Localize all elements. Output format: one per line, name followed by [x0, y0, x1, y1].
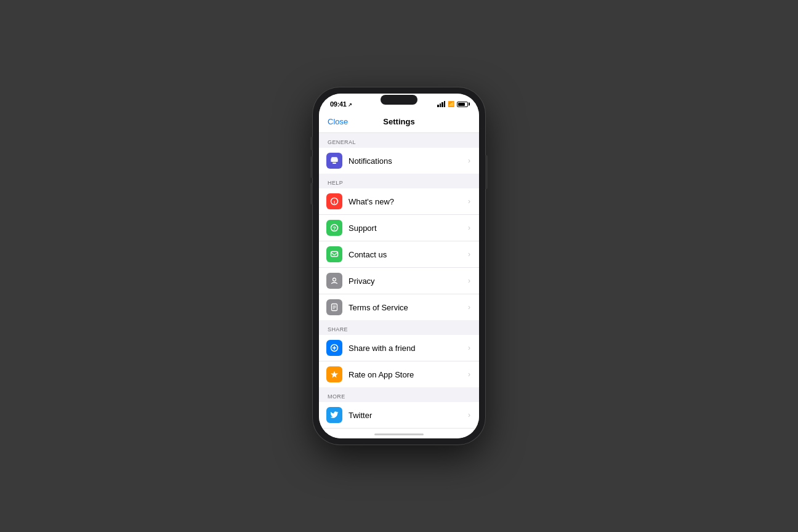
wifi-icon: 📶	[448, 101, 454, 107]
support-label: Support	[349, 224, 468, 233]
contact-us-icon	[326, 246, 342, 262]
home-bar	[374, 433, 424, 435]
privacy-icon	[326, 273, 342, 289]
share-friend-icon	[326, 340, 342, 356]
chevron-icon: ›	[468, 156, 470, 165]
section-header-more: MORE	[319, 387, 479, 402]
privacy-label: Privacy	[349, 276, 468, 286]
settings-content: GENERAL Notifications ›	[319, 133, 479, 430]
chevron-icon: ›	[468, 411, 470, 419]
phone-frame: 09:41 ↗ 📶 Close Settings	[313, 87, 485, 445]
twitter-icon	[326, 407, 342, 423]
section-list-help: i What's new? › ? Suppor	[319, 188, 479, 320]
rate-app-store-label: Rate on App Store	[349, 370, 468, 379]
svg-point-8	[333, 278, 336, 281]
svg-rect-7	[331, 252, 338, 257]
navigation-bar: Close Settings	[319, 111, 479, 133]
home-indicator	[319, 430, 479, 438]
section-list-share: Share with a friend › Rate on App Store …	[319, 335, 479, 387]
mute-button	[310, 137, 313, 150]
section-help: HELP i What's new? ›	[319, 174, 479, 320]
power-button	[485, 155, 488, 189]
section-list-more: Twitter › Instagram ›	[319, 402, 479, 430]
list-item-rate-app-store[interactable]: Rate on App Store ›	[319, 361, 479, 387]
contact-us-label: Contact us	[349, 250, 468, 259]
list-item-contact-us[interactable]: Contact us ›	[319, 241, 479, 268]
volume-up-button	[310, 156, 313, 178]
svg-marker-16	[331, 371, 338, 378]
volume-down-button	[310, 183, 313, 204]
list-item-share-friend[interactable]: Share with a friend ›	[319, 335, 479, 361]
section-header-general: GENERAL	[319, 133, 479, 148]
twitter-label: Twitter	[349, 411, 468, 420]
list-item-terms[interactable]: Terms of Service ›	[319, 294, 479, 320]
section-list-general: Notifications ›	[319, 148, 479, 174]
chevron-icon: ›	[468, 370, 470, 379]
terms-label: Terms of Service	[349, 303, 468, 312]
support-icon: ?	[326, 220, 342, 236]
chevron-icon: ›	[468, 250, 470, 259]
whats-new-icon: i	[326, 193, 342, 209]
list-item-notifications[interactable]: Notifications ›	[319, 148, 479, 174]
list-item-support[interactable]: ? Support ›	[319, 215, 479, 241]
notifications-label: Notifications	[349, 156, 468, 166]
page-title: Settings	[383, 117, 414, 126]
list-item-twitter[interactable]: Twitter ›	[319, 402, 479, 429]
svg-text:i: i	[334, 200, 335, 205]
phone-screen: 09:41 ↗ 📶 Close Settings	[319, 94, 479, 438]
chevron-icon: ›	[468, 197, 470, 206]
dynamic-island	[381, 95, 417, 105]
chevron-icon: ›	[468, 224, 470, 232]
share-friend-label: Share with a friend	[349, 344, 468, 353]
notifications-icon	[326, 153, 342, 169]
status-time: 09:41 ↗	[330, 100, 352, 108]
svg-rect-2	[332, 163, 336, 164]
section-general: GENERAL Notifications ›	[319, 133, 479, 174]
chevron-icon: ›	[468, 344, 470, 352]
list-item-privacy[interactable]: Privacy ›	[319, 268, 479, 294]
section-more: MORE Twitter ›	[319, 387, 479, 430]
chevron-icon: ›	[468, 276, 470, 285]
battery-icon	[457, 102, 468, 107]
terms-icon	[326, 299, 342, 315]
list-item-whats-new[interactable]: i What's new? ›	[319, 188, 479, 215]
section-share: SHARE Share with a friend ›	[319, 320, 479, 387]
chevron-icon: ›	[468, 303, 470, 312]
status-icons: 📶	[437, 101, 468, 107]
section-header-help: HELP	[319, 174, 479, 188]
whats-new-label: What's new?	[349, 197, 468, 206]
svg-rect-1	[331, 158, 338, 162]
close-settings-button[interactable]: Close	[328, 117, 348, 126]
signal-icon	[437, 101, 445, 107]
rate-app-store-icon	[326, 366, 342, 382]
section-header-share: SHARE	[319, 320, 479, 335]
svg-text:?: ?	[332, 225, 336, 232]
